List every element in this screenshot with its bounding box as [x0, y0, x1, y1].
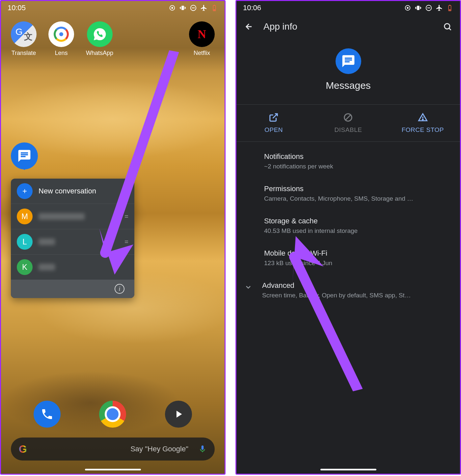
vibrate-icon — [415, 4, 422, 12]
svg-line-17 — [449, 28, 451, 30]
netflix-icon: N — [189, 21, 215, 47]
target-icon — [169, 4, 176, 12]
svg-rect-6 — [214, 5, 215, 6]
phone-app[interactable] — [34, 401, 61, 428]
target-icon — [404, 4, 411, 12]
svg-point-21 — [422, 119, 423, 120]
contact-avatar: M — [17, 209, 33, 224]
setting-subtitle: 123 kB used since 4 Jun — [264, 260, 449, 267]
contact-avatar: K — [17, 259, 33, 275]
vibrate-icon — [179, 4, 186, 12]
drag-handle-icon[interactable]: = — [124, 188, 128, 195]
disable-icon — [343, 113, 353, 122]
contact-name-redacted — [39, 213, 85, 220]
dnd-icon — [190, 4, 197, 12]
status-bar: 10:05 — [1, 1, 225, 15]
app-info-button[interactable]: i — [115, 284, 124, 294]
back-button[interactable] — [244, 22, 254, 31]
shortcut-contact[interactable]: L = — [11, 229, 134, 254]
app-shortcut-popup: + New conversation = M = L = K i — [11, 179, 134, 298]
setting-notifications[interactable]: Notifications ~2 notifications per week — [236, 145, 460, 177]
contact-name-redacted — [39, 238, 55, 245]
action-label: FORCE STOP — [402, 126, 444, 134]
app-label: Netflix — [194, 50, 210, 57]
page-title: App info — [263, 21, 433, 32]
app-name: Messages — [236, 80, 460, 91]
drag-handle-icon[interactable]: = — [124, 213, 128, 220]
translate-icon — [11, 21, 37, 47]
svg-line-19 — [345, 114, 351, 120]
contact-avatar: L — [17, 234, 33, 250]
messages-icon — [17, 149, 32, 163]
google-search-bar[interactable]: G Say "Hey Google" — [11, 438, 215, 461]
home-screen: 10:05 Translate Lens — [0, 0, 226, 475]
svg-rect-7 — [214, 10, 215, 11]
app-whatsapp[interactable]: WhatsApp — [86, 21, 113, 57]
svg-rect-14 — [449, 5, 450, 6]
setting-subtitle: 40.53 MB used in internal storage — [264, 227, 449, 235]
header: App info — [236, 15, 460, 42]
force-stop-button[interactable]: FORCE STOP — [386, 105, 460, 141]
setting-subtitle: Camera, Contacts, Microphone, SMS, Stora… — [264, 195, 449, 202]
shortcut-new-conversation[interactable]: + New conversation = — [11, 179, 134, 204]
svg-point-16 — [445, 24, 450, 29]
search-button[interactable] — [443, 22, 452, 31]
app-netflix[interactable]: N Netflix — [189, 21, 215, 57]
app-row: Translate Lens WhatsApp N Netflix — [1, 15, 225, 63]
open-icon — [269, 113, 279, 122]
gesture-nav-pill[interactable] — [320, 469, 376, 470]
chevron-down-icon — [244, 283, 252, 291]
phone-icon — [41, 408, 54, 421]
battery-icon — [211, 4, 218, 12]
mic-icon[interactable] — [198, 445, 207, 453]
gesture-nav-pill[interactable] — [85, 469, 141, 470]
google-logo-icon: G — [19, 443, 27, 455]
action-label: OPEN — [264, 126, 283, 134]
setting-mobile-data[interactable]: Mobile data & Wi‑Fi 123 kB used since 4 … — [236, 242, 460, 274]
svg-rect-2 — [181, 6, 184, 10]
setting-advanced[interactable]: Advanced Screen time, Battery, Open by d… — [236, 274, 460, 306]
play-icon — [173, 408, 184, 420]
status-time: 10:05 — [8, 4, 26, 12]
setting-title: Notifications — [264, 152, 449, 161]
app-label: WhatsApp — [86, 50, 113, 57]
setting-title: Permissions — [264, 185, 449, 193]
dnd-icon — [425, 4, 432, 12]
action-label: DISABLE — [335, 126, 362, 134]
plus-icon: + — [17, 183, 33, 199]
drag-handle-icon[interactable]: = — [124, 238, 128, 246]
settings-list: Notifications ~2 notifications per week … — [236, 142, 460, 310]
setting-subtitle: Screen time, Battery, Open by default, S… — [262, 292, 449, 299]
app-messages-long-pressed[interactable] — [11, 142, 38, 169]
shortcut-contact[interactable]: K — [11, 254, 134, 280]
setting-title: Advanced — [262, 281, 449, 290]
app-label: Translate — [12, 50, 36, 57]
app-info-screen: 10:06 App info Messages — [235, 0, 461, 475]
setting-storage[interactable]: Storage & cache 40.53 MB used in interna… — [236, 210, 460, 242]
play-store-app[interactable] — [165, 401, 192, 428]
setting-permissions[interactable]: Permissions Camera, Contacts, Microphone… — [236, 177, 460, 210]
app-lens[interactable]: Lens — [48, 21, 74, 57]
warning-icon — [418, 113, 428, 122]
open-button[interactable]: OPEN — [236, 105, 311, 141]
app-translate[interactable]: Translate — [11, 21, 37, 57]
svg-point-1 — [172, 7, 173, 9]
setting-title: Mobile data & Wi‑Fi — [264, 249, 449, 258]
chrome-app[interactable] — [99, 401, 126, 428]
messages-icon — [341, 54, 356, 68]
contact-name-redacted — [39, 264, 55, 270]
app-hero: Messages — [236, 42, 460, 104]
svg-point-9 — [407, 7, 408, 9]
setting-title: Storage & cache — [264, 217, 449, 225]
airplane-icon — [200, 4, 207, 12]
whatsapp-icon — [87, 21, 113, 47]
shortcut-label: New conversation — [39, 187, 119, 195]
shortcut-footer: i — [11, 280, 134, 298]
dock — [1, 401, 225, 428]
shortcut-contact[interactable]: M = — [11, 204, 134, 229]
action-row: OPEN DISABLE FORCE STOP — [236, 104, 460, 142]
status-time: 10:06 — [243, 4, 261, 12]
search-hint: Say "Hey Google" — [34, 445, 192, 453]
status-bar: 10:06 — [236, 1, 460, 15]
svg-rect-15 — [449, 10, 451, 11]
